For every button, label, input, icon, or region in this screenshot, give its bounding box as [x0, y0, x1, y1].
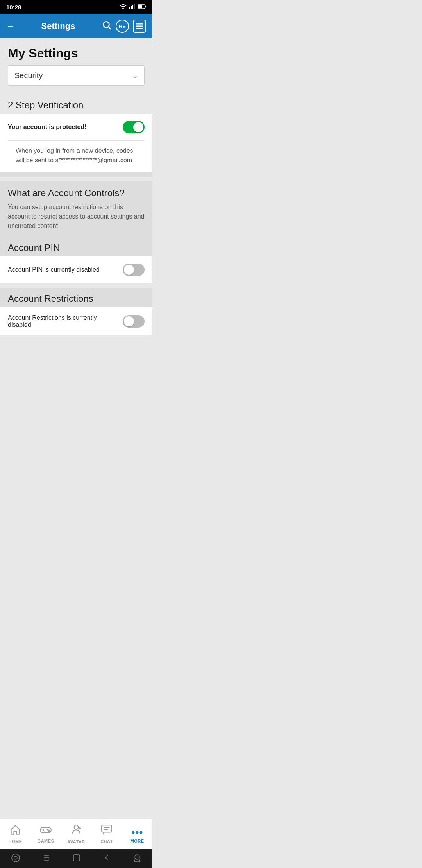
- battery-icon: [138, 4, 146, 10]
- page-title: My Settings: [8, 46, 145, 61]
- account-pin-label: Account PIN is currently disabled: [8, 266, 123, 273]
- pin-toggle-knob: [124, 265, 134, 275]
- account-restrictions-row: Account Restrictions is currently disabl…: [8, 307, 145, 335]
- page-title-section: My Settings: [0, 38, 152, 65]
- status-bar: 10:28: [0, 0, 152, 14]
- rs-icon[interactable]: RS: [116, 20, 129, 33]
- svg-rect-11: [136, 26, 143, 27]
- account-protected-label: Your account is protected!: [8, 124, 123, 131]
- account-restrictions-section-header: Account Restrictions: [0, 288, 152, 307]
- time: 10:28: [6, 4, 21, 11]
- account-pin-row: Account PIN is currently disabled: [8, 256, 145, 283]
- toggle-knob: [133, 122, 143, 132]
- account-pin-title: Account PIN: [8, 242, 145, 253]
- svg-rect-1: [129, 7, 130, 9]
- category-dropdown[interactable]: Security ⌄: [8, 65, 145, 86]
- signal-icon: [129, 4, 135, 11]
- chevron-down-icon: ⌄: [132, 71, 138, 80]
- account-controls-section: What are Account Controls? You can setup…: [0, 181, 152, 237]
- account-restrictions-toggle[interactable]: [123, 315, 145, 328]
- account-pin-section-header: Account PIN: [0, 237, 152, 256]
- back-button[interactable]: ←: [6, 21, 15, 31]
- svg-rect-3: [132, 5, 133, 9]
- svg-rect-6: [145, 5, 146, 7]
- app-header: ← Settings RS: [0, 14, 152, 38]
- dropdown-selected: Security: [14, 71, 43, 80]
- svg-rect-12: [136, 28, 143, 29]
- account-protected-row: Your account is protected!: [8, 114, 145, 141]
- svg-rect-2: [131, 6, 132, 9]
- account-restrictions-title: Account Restrictions: [8, 293, 145, 304]
- svg-rect-10: [136, 23, 143, 25]
- two-step-title: 2 Step Verification: [8, 100, 145, 111]
- two-step-section-header: 2 Step Verification: [0, 93, 152, 114]
- header-title: Settings: [15, 21, 102, 31]
- divider-1: [0, 172, 152, 177]
- search-icon[interactable]: [102, 20, 112, 32]
- two-step-toggle[interactable]: [123, 121, 145, 133]
- restrictions-toggle-knob: [124, 316, 134, 326]
- account-pin-toggle[interactable]: [123, 264, 145, 276]
- two-step-description: When you log in from a new device, codes…: [8, 141, 145, 172]
- account-controls-title: What are Account Controls?: [8, 188, 145, 199]
- account-restrictions-card: Account Restrictions is currently disabl…: [0, 307, 152, 335]
- svg-line-9: [109, 27, 111, 29]
- svg-rect-4: [134, 4, 135, 9]
- account-restrictions-label: Account Restrictions is currently disabl…: [8, 314, 123, 328]
- menu-icon[interactable]: [133, 20, 146, 33]
- svg-rect-7: [138, 5, 142, 8]
- category-dropdown-container: Security ⌄: [0, 65, 152, 93]
- svg-point-8: [103, 22, 109, 27]
- svg-point-0: [122, 8, 124, 9]
- account-pin-card: Account PIN is currently disabled: [0, 256, 152, 283]
- status-icons: [120, 4, 146, 11]
- two-step-card: Your account is protected! When you log …: [0, 114, 152, 172]
- wifi-icon: [120, 4, 127, 11]
- account-controls-description: You can setup account restrictions on th…: [8, 199, 145, 234]
